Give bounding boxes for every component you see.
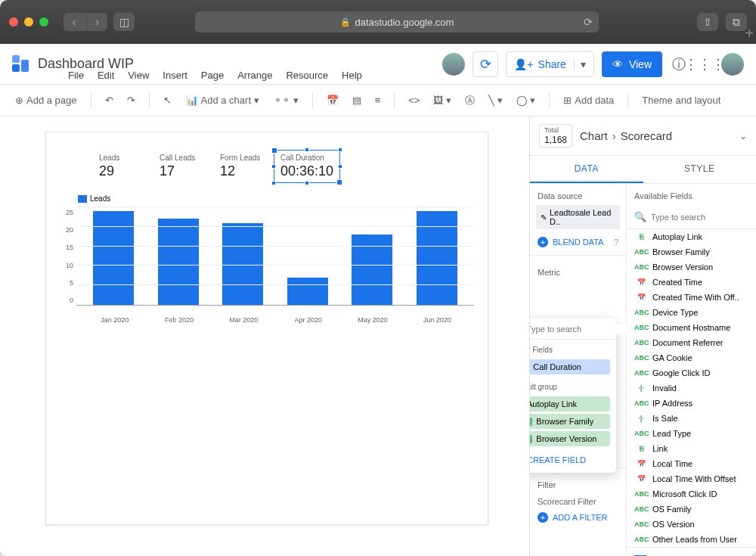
minimize-window-icon[interactable] [24, 17, 33, 26]
text-icon[interactable]: Ⓐ [460, 90, 479, 111]
lock-icon: 🔒 [340, 17, 351, 27]
available-field[interactable]: 📅Local Time [627, 456, 756, 471]
available-field[interactable]: ABCGoogle Click ID [627, 365, 756, 381]
collaborator-avatar[interactable] [442, 53, 465, 76]
view-button[interactable]: 👁 View [602, 51, 662, 77]
metric-search-input[interactable] [530, 325, 631, 334]
datastudio-logo-icon[interactable] [12, 55, 30, 73]
undo-button[interactable]: ↶ [101, 90, 118, 111]
image-icon[interactable]: 🖼 ▾ [429, 90, 456, 111]
bar[interactable] [287, 278, 328, 305]
add-filter-button[interactable]: +ADD A FILTER [530, 509, 626, 526]
close-window-icon[interactable] [9, 17, 18, 26]
available-field[interactable]: ·|·Is Sale [627, 411, 756, 426]
browser-titlebar: ‹ › ◫ 🔒 datastudio.google.com ⟳ ⇧ ⧉ + [0, 0, 756, 44]
maximize-window-icon[interactable] [39, 17, 48, 26]
new-tab-button[interactable]: + [741, 25, 756, 42]
line-icon[interactable]: ╲ ▾ [484, 90, 507, 111]
create-field-button[interactable]: +CREATE FIELD [530, 449, 616, 467]
available-field[interactable]: ABCOS Family [627, 502, 756, 517]
scorecard-form-leads[interactable]: Form Leads12 [220, 154, 262, 179]
available-field[interactable]: ⎘Autoplay Link [627, 229, 756, 244]
available-field[interactable]: ABCBrowser Family [627, 244, 756, 259]
add-page-button[interactable]: ⊕ Add a page [11, 90, 82, 111]
bar-chart[interactable]: Leads 2520151050 Jan 2020Feb 2020Mar 202… [66, 194, 474, 331]
menu-view[interactable]: View [128, 70, 149, 81]
available-field[interactable]: ABCLead Type [627, 426, 756, 441]
fields-search[interactable]: 🔍 [627, 205, 756, 229]
forward-button[interactable]: › [86, 13, 107, 31]
add-field-button[interactable]: +ADD A FIELD [627, 547, 756, 556]
embed-icon[interactable]: <> [404, 90, 424, 111]
select-tool[interactable]: ↖ [159, 90, 176, 111]
data-source-label: Data source [530, 184, 626, 205]
available-field[interactable]: 📅Local Time With Offset [627, 471, 756, 486]
menu-page[interactable]: Page [201, 70, 224, 81]
search-icon: 🔍 [634, 211, 646, 222]
shape-icon[interactable]: ◯ ▾ [512, 90, 541, 111]
bar[interactable] [222, 223, 263, 305]
scorecard-leads[interactable]: Leads29 [99, 154, 141, 179]
menu-insert[interactable]: Insert [163, 70, 187, 81]
available-field[interactable]: 📅Created Time [627, 275, 756, 290]
available-field[interactable]: ABCIP Address [627, 396, 756, 411]
metric-label: Metric [530, 260, 626, 281]
fields-search-input[interactable] [651, 213, 755, 222]
apps-grid-icon[interactable]: ⋮⋮⋮ [696, 55, 714, 73]
available-field[interactable]: ABCOther Leads from User [627, 532, 756, 547]
add-chart-button[interactable]: 📊 Add a chart ▾ [181, 90, 265, 111]
tab-style[interactable]: STYLE [643, 156, 757, 183]
available-field[interactable]: ABCDevice Type [627, 305, 756, 320]
scorecard-call-duration[interactable]: Call Duration00:36:10 [274, 150, 340, 183]
chevron-down-icon[interactable]: ⌄ [739, 131, 747, 141]
theme-layout-button[interactable]: Theme and layout [637, 90, 725, 111]
available-field[interactable]: ABCDocument Hostname [627, 320, 756, 335]
add-data-button[interactable]: ⊞ Add data [559, 90, 618, 111]
menu-arrange[interactable]: Arrange [237, 70, 272, 81]
menu-edit[interactable]: Edit [98, 70, 114, 81]
metric-search[interactable]: 🔍 [530, 318, 616, 340]
available-field[interactable]: ABCDocument Referrer [627, 335, 756, 350]
filter-control-icon[interactable]: ▤ [348, 90, 366, 111]
data-source-chip[interactable]: ✎Leadtosale Lead D.. [536, 205, 620, 229]
available-field[interactable]: ABCGA Cookie [627, 350, 756, 365]
available-field[interactable]: ABCMicrosoft Click ID [627, 486, 756, 502]
bar[interactable] [93, 211, 134, 305]
tab-data[interactable]: DATA [530, 156, 643, 183]
sidebar-toggle-icon[interactable]: ◫ [113, 13, 135, 31]
dimension-field[interactable]: ⎘Autoplay Link [530, 396, 610, 412]
help-icon[interactable]: ? [614, 238, 618, 247]
bar[interactable] [158, 219, 199, 305]
community-viz-button[interactable]: ⚬⚬ ▾ [269, 90, 303, 111]
report-canvas[interactable]: Leads29Call Leads17Form Leads12Call Dura… [45, 132, 488, 525]
metric-picker-popup: 🔍 Chart Fields 123Call Duration Default … [530, 318, 616, 473]
menu-file[interactable]: File [68, 70, 84, 81]
account-avatar[interactable] [721, 53, 744, 76]
share-icon[interactable]: ⇧ [697, 13, 718, 31]
available-field[interactable]: ABCBrowser Version [627, 259, 756, 275]
dimension-field[interactable]: ABCBrowser Family [530, 414, 610, 429]
canvas-area[interactable]: Leads29Call Leads17Form Leads12Call Dura… [0, 116, 529, 556]
data-control-icon[interactable]: ≡ [370, 90, 386, 111]
available-field[interactable]: ·|·Invalid [627, 381, 756, 396]
chevron-down-icon[interactable]: ▾ [574, 58, 586, 70]
back-button[interactable]: ‹ [64, 13, 85, 31]
person-add-icon: 👤+ [514, 58, 533, 70]
available-field[interactable]: 📅Created Time With Off.. [627, 290, 756, 305]
share-button[interactable]: 👤+ Share ▾ [506, 51, 594, 77]
menu-resource[interactable]: Resource [286, 70, 328, 81]
panel-breadcrumb[interactable]: Chart›Scorecard [580, 129, 672, 142]
bar[interactable] [417, 211, 457, 305]
metric-field[interactable]: 123Call Duration [530, 359, 610, 374]
reload-icon[interactable]: ⟳ [584, 16, 593, 28]
date-range-icon[interactable]: 📅 [322, 90, 343, 111]
refresh-button[interactable]: ⟳ [472, 51, 498, 77]
available-field[interactable]: ABCOS Version [627, 517, 756, 532]
dimension-field[interactable]: ABCBrowser Version [530, 431, 610, 446]
blend-data-button[interactable]: +BLEND DATA? [530, 234, 626, 250]
redo-button[interactable]: ↷ [122, 90, 140, 111]
scorecard-call-leads[interactable]: Call Leads17 [160, 154, 202, 179]
menu-help[interactable]: Help [342, 70, 362, 81]
available-field[interactable]: ⎘Link [627, 441, 756, 456]
address-bar[interactable]: 🔒 datastudio.google.com ⟳ [195, 11, 599, 33]
